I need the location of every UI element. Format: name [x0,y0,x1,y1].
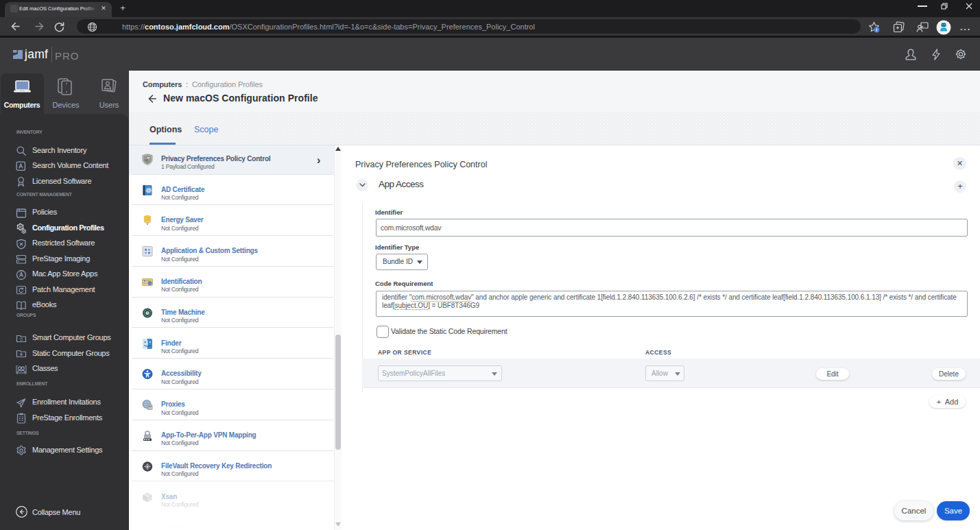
svg-text:@: @ [146,187,152,193]
svg-text:i: i [876,27,877,32]
